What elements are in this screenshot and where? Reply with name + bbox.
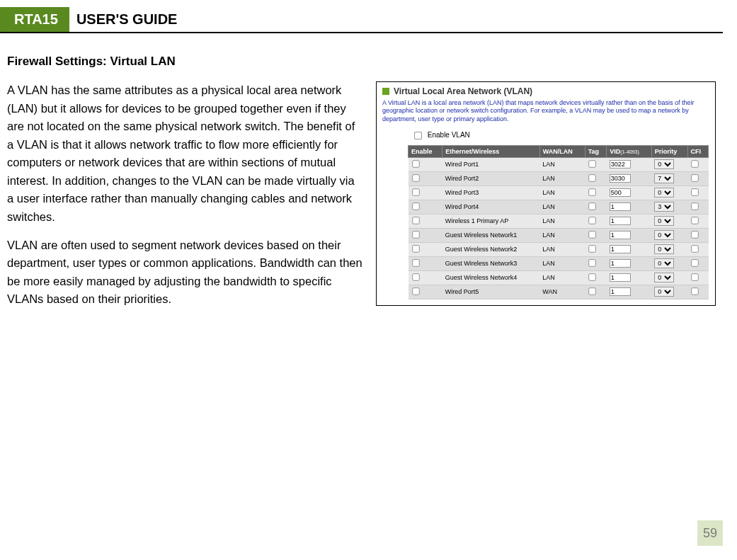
row-name: Wired Port4 bbox=[442, 200, 539, 214]
figure-title: Virtual Local Area Network (VLAN) bbox=[394, 86, 532, 96]
row-name: Wired Port2 bbox=[442, 171, 539, 185]
table-row: Wired Port3LAN0 bbox=[409, 185, 709, 200]
row-priority-select[interactable]: 3 bbox=[654, 202, 674, 212]
th-eth: Ethernet/Wireless bbox=[442, 145, 539, 157]
row-wanlan: LAN bbox=[539, 256, 585, 270]
enable-vlan-checkbox[interactable] bbox=[414, 132, 422, 139]
section-heading: Firewall Settings: Virtual LAN bbox=[7, 55, 716, 69]
guide-title: USER'S GUIDE bbox=[69, 7, 178, 32]
row-tag-checkbox[interactable] bbox=[589, 245, 596, 252]
row-enable-checkbox[interactable] bbox=[412, 245, 419, 252]
row-cfi-checkbox[interactable] bbox=[691, 160, 698, 167]
table-row: Wired Port4LAN3 bbox=[409, 200, 709, 214]
row-vid-input[interactable] bbox=[610, 160, 631, 168]
row-name: Wired Port5 bbox=[442, 285, 539, 299]
th-priority: Priority bbox=[651, 145, 687, 157]
table-row: Wired Port5WAN0 bbox=[409, 285, 709, 299]
row-name: Guest Wireless Network3 bbox=[442, 256, 539, 270]
row-enable-checkbox[interactable] bbox=[412, 174, 419, 181]
row-enable-checkbox[interactable] bbox=[412, 160, 419, 167]
row-tag-checkbox[interactable] bbox=[589, 202, 596, 210]
th-wanlan: WAN/LAN bbox=[539, 145, 585, 157]
row-name: Guest Wireless Network4 bbox=[442, 270, 539, 285]
row-priority-select[interactable]: 0 bbox=[654, 230, 674, 240]
row-cfi-checkbox[interactable] bbox=[691, 188, 698, 195]
row-tag-checkbox[interactable] bbox=[589, 217, 596, 224]
row-priority-select[interactable]: 0 bbox=[654, 216, 674, 226]
row-enable-checkbox[interactable] bbox=[412, 273, 419, 280]
row-priority-select[interactable]: 0 bbox=[654, 244, 674, 254]
row-vid-input[interactable] bbox=[610, 273, 631, 282]
row-cfi-checkbox[interactable] bbox=[691, 245, 698, 252]
row-enable-checkbox[interactable] bbox=[412, 287, 419, 295]
row-priority-select[interactable]: 0 bbox=[654, 188, 674, 198]
table-row: Wired Port2LAN7 bbox=[409, 171, 709, 185]
enable-vlan-row: Enable VLAN bbox=[382, 127, 709, 145]
table-row: Guest Wireless Network2LAN0 bbox=[409, 242, 709, 256]
table-row: Guest Wireless Network1LAN0 bbox=[409, 228, 709, 242]
vlan-screenshot-figure: Virtual Local Area Network (VLAN) A Virt… bbox=[376, 81, 716, 306]
row-vid-input[interactable] bbox=[610, 231, 631, 239]
row-name: Guest Wireless Network2 bbox=[442, 242, 539, 256]
row-name: Guest Wireless Network1 bbox=[442, 228, 539, 242]
row-enable-checkbox[interactable] bbox=[412, 188, 419, 195]
row-tag-checkbox[interactable] bbox=[589, 174, 596, 181]
row-tag-checkbox[interactable] bbox=[589, 273, 596, 280]
row-wanlan: LAN bbox=[539, 270, 585, 285]
row-name: Wired Port3 bbox=[442, 185, 539, 200]
row-enable-checkbox[interactable] bbox=[412, 217, 419, 224]
row-wanlan: LAN bbox=[539, 171, 585, 185]
th-enable: Enable bbox=[409, 145, 442, 157]
row-priority-select[interactable]: 7 bbox=[654, 173, 674, 183]
row-wanlan: LAN bbox=[539, 214, 585, 228]
vlan-table: Enable Ethernet/Wireless WAN/LAN Tag VID… bbox=[408, 145, 709, 299]
row-tag-checkbox[interactable] bbox=[589, 160, 596, 167]
row-cfi-checkbox[interactable] bbox=[691, 273, 698, 280]
row-enable-checkbox[interactable] bbox=[412, 259, 419, 266]
page-header: RTA15 USER'S GUIDE bbox=[0, 7, 723, 33]
row-cfi-checkbox[interactable] bbox=[691, 259, 698, 266]
row-priority-select[interactable]: 0 bbox=[654, 273, 674, 282]
row-cfi-checkbox[interactable] bbox=[691, 231, 698, 238]
product-badge: RTA15 bbox=[0, 7, 69, 32]
row-cfi-checkbox[interactable] bbox=[691, 287, 698, 295]
figure-description: A Virtual LAN is a local area network (L… bbox=[382, 99, 709, 123]
row-priority-select[interactable]: 0 bbox=[654, 159, 674, 169]
row-wanlan: LAN bbox=[539, 157, 585, 171]
row-vid-input[interactable] bbox=[610, 259, 631, 268]
th-tag: Tag bbox=[585, 145, 607, 157]
row-priority-select[interactable]: 0 bbox=[654, 287, 674, 297]
row-vid-input[interactable] bbox=[610, 245, 631, 253]
row-vid-input[interactable] bbox=[610, 287, 631, 296]
row-tag-checkbox[interactable] bbox=[589, 259, 596, 266]
row-vid-input[interactable] bbox=[610, 174, 631, 183]
row-wanlan: LAN bbox=[539, 228, 585, 242]
row-wanlan: WAN bbox=[539, 285, 585, 299]
page-content: Firewall Settings: Virtual LAN Virtual L… bbox=[0, 33, 737, 319]
row-wanlan: LAN bbox=[539, 200, 585, 214]
row-vid-input[interactable] bbox=[610, 202, 631, 211]
table-row: Guest Wireless Network4LAN0 bbox=[409, 270, 709, 285]
green-square-icon bbox=[382, 88, 389, 95]
table-row: Wired Port1LAN0 bbox=[409, 157, 709, 171]
row-vid-input[interactable] bbox=[610, 217, 631, 225]
row-cfi-checkbox[interactable] bbox=[691, 217, 698, 224]
th-vid: VID(1-4093) bbox=[607, 145, 651, 157]
row-cfi-checkbox[interactable] bbox=[691, 202, 698, 210]
row-wanlan: LAN bbox=[539, 242, 585, 256]
row-tag-checkbox[interactable] bbox=[589, 188, 596, 195]
row-vid-input[interactable] bbox=[610, 188, 631, 197]
row-cfi-checkbox[interactable] bbox=[691, 174, 698, 181]
row-tag-checkbox[interactable] bbox=[589, 231, 596, 238]
row-wanlan: LAN bbox=[539, 185, 585, 200]
row-enable-checkbox[interactable] bbox=[412, 202, 419, 210]
th-cfi: CFI bbox=[687, 145, 709, 157]
table-row: Guest Wireless Network3LAN0 bbox=[409, 256, 709, 270]
row-enable-checkbox[interactable] bbox=[412, 231, 419, 238]
row-name: Wired Port1 bbox=[442, 157, 539, 171]
row-tag-checkbox[interactable] bbox=[589, 287, 596, 295]
row-priority-select[interactable]: 0 bbox=[654, 258, 674, 268]
enable-vlan-label: Enable VLAN bbox=[428, 131, 470, 139]
table-row: Wireless 1 Primary APLAN0 bbox=[409, 214, 709, 228]
row-name: Wireless 1 Primary AP bbox=[442, 214, 539, 228]
